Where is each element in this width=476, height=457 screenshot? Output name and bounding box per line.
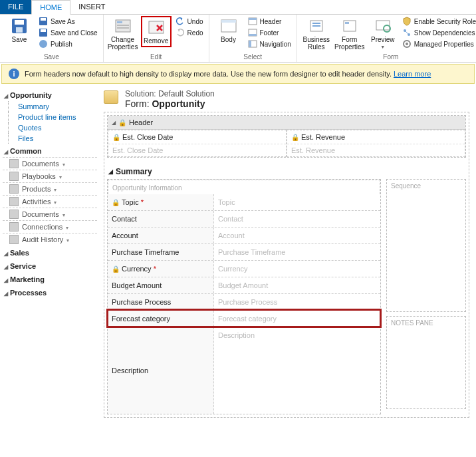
tab-file[interactable]: FILE	[0, 0, 31, 14]
header-button[interactable]: Header	[247, 16, 293, 27]
group-label-select: Select	[213, 52, 293, 62]
redo-button[interactable]: Redo	[174, 27, 205, 38]
required-asterisk: *	[154, 265, 156, 273]
field-placeholder: Forecast category	[214, 311, 380, 327]
form-field-row[interactable]: AccountAccount	[108, 227, 380, 243]
ribbon-group-edit: Change Properties Remove Undo Redo Edit	[104, 15, 209, 62]
field-placeholder: Topic	[214, 194, 380, 210]
nav-entity[interactable]: Opportunity	[3, 89, 97, 101]
form-field-row[interactable]: 🔒Currency *Currency	[108, 260, 380, 277]
lock-icon: 🔒	[118, 119, 126, 126]
field-label: Description	[108, 327, 214, 414]
form-field-row[interactable]: Forecast categoryForecast category	[108, 310, 380, 327]
nav-marketing[interactable]: Marketing	[3, 273, 97, 285]
form-field-row[interactable]: Purchase TimeframePurchase Timeframe	[108, 243, 380, 260]
svg-rect-10	[117, 25, 129, 26]
field-label: Purchase Process	[108, 294, 214, 310]
form-properties-icon	[340, 17, 359, 35]
save-close-button[interactable]: Save and Close	[37, 27, 99, 38]
form-label: Form: Opportunity	[125, 98, 215, 109]
common-item[interactable]: Products	[3, 182, 97, 195]
nav-item[interactable]: Product line items	[8, 112, 97, 122]
header-icon	[248, 17, 257, 26]
publish-button[interactable]: Publish	[37, 39, 99, 49]
sequence-pane[interactable]: Sequence	[386, 179, 466, 312]
navigation-icon	[248, 39, 257, 49]
entity-icon	[9, 172, 19, 181]
shield-icon	[402, 17, 412, 26]
nav-item[interactable]: Quotes	[8, 122, 97, 133]
learn-more-link[interactable]: Learn more	[394, 70, 431, 78]
chevron-down-icon	[66, 223, 68, 231]
nav-sales[interactable]: Sales	[3, 247, 97, 259]
footer-button[interactable]: Footer	[247, 27, 293, 38]
field-label: Budget Amount	[108, 277, 214, 293]
nav-item[interactable]: Files	[8, 133, 97, 144]
body-icon	[219, 17, 238, 35]
svg-rect-9	[117, 21, 122, 23]
chevron-down-icon	[62, 210, 65, 218]
header-field-revenue[interactable]: 🔒Est. Revenue Est. Revenue	[287, 130, 465, 157]
svg-rect-18	[249, 34, 257, 36]
entity-icon	[9, 235, 19, 244]
nav-common[interactable]: Common	[3, 145, 97, 157]
change-properties-button[interactable]: Change Properties	[108, 16, 138, 52]
group-label-edit: Edit	[108, 52, 205, 62]
summary-section-header[interactable]: Summary	[107, 164, 466, 179]
business-rules-icon	[307, 17, 326, 35]
business-rules-button[interactable]: Business Rules	[301, 16, 332, 52]
form-field-row[interactable]: ContactContact	[108, 210, 380, 227]
preview-button[interactable]: Preview▼	[368, 16, 398, 51]
ribbon-group-save: Save Save As Save and Close Publish Save	[0, 15, 104, 62]
dependencies-button[interactable]: Show Dependencies	[401, 27, 476, 38]
form-properties-button[interactable]: Form Properties	[334, 16, 365, 52]
common-item[interactable]: Documents	[3, 208, 97, 220]
common-item[interactable]: Connections	[3, 220, 97, 233]
field-placeholder: Description	[214, 327, 380, 414]
entity-icon	[9, 222, 19, 231]
svg-rect-20	[249, 41, 251, 47]
info-bar: i Form headers now default to high densi…	[1, 64, 475, 84]
common-item[interactable]: Audit History	[3, 233, 97, 245]
chevron-down-icon	[59, 172, 62, 180]
security-roles-button[interactable]: Enable Security Roles	[401, 16, 476, 27]
svg-rect-16	[249, 18, 257, 20]
field-placeholder: Account	[214, 228, 380, 243]
nav-service[interactable]: Service	[3, 260, 97, 272]
form-field-row[interactable]: 🔒Topic *Topic	[108, 194, 380, 210]
info-text: Form headers now default to high density…	[25, 70, 431, 78]
ribbon-tabs: FILE HOME INSERT	[0, 0, 476, 15]
opportunity-info-label: Opportunity Information	[108, 180, 380, 194]
nav-item[interactable]: Summary	[8, 101, 97, 112]
navigation-button[interactable]: Navigation	[247, 39, 293, 49]
header-section[interactable]: 🔒Header 🔒Est. Close Date Est. Close Date…	[107, 115, 466, 158]
common-item[interactable]: Playbooks	[3, 170, 97, 182]
common-item[interactable]: Activities	[3, 195, 97, 208]
field-label: Forecast category	[108, 311, 214, 327]
notes-pane[interactable]: NOTES PANE	[386, 316, 466, 409]
common-item[interactable]: Documents	[3, 157, 97, 170]
publish-icon	[39, 39, 48, 49]
form-field-row[interactable]: DescriptionDescription	[108, 327, 380, 414]
solution-icon	[104, 90, 118, 104]
managed-properties-button[interactable]: Managed Properties	[401, 39, 476, 49]
form-field-row[interactable]: Budget AmountBudget Amount	[108, 277, 380, 293]
save-button[interactable]: Save	[4, 16, 35, 45]
svg-rect-22	[312, 23, 320, 24]
save-as-button[interactable]: Save As	[37, 16, 99, 27]
header-field-close-date[interactable]: 🔒Est. Close Date Est. Close Date	[108, 130, 287, 157]
svg-rect-23	[312, 25, 320, 27]
svg-point-7	[39, 40, 47, 48]
sidebar: Opportunity SummaryProduct line itemsQuo…	[0, 85, 100, 424]
field-label: Purchase Timeframe	[108, 244, 214, 260]
tab-home[interactable]: HOME	[31, 0, 70, 15]
body-button[interactable]: Body	[213, 16, 244, 45]
tab-insert[interactable]: INSERT	[70, 0, 113, 14]
svg-rect-14	[221, 20, 236, 23]
chevron-down-icon	[54, 198, 57, 206]
form-field-row[interactable]: Purchase ProcessPurchase Process	[108, 293, 380, 310]
undo-button[interactable]: Undo	[174, 16, 205, 27]
save-close-icon	[39, 28, 48, 37]
nav-processes[interactable]: Processes	[3, 287, 97, 299]
remove-button[interactable]: Remove	[141, 16, 172, 47]
